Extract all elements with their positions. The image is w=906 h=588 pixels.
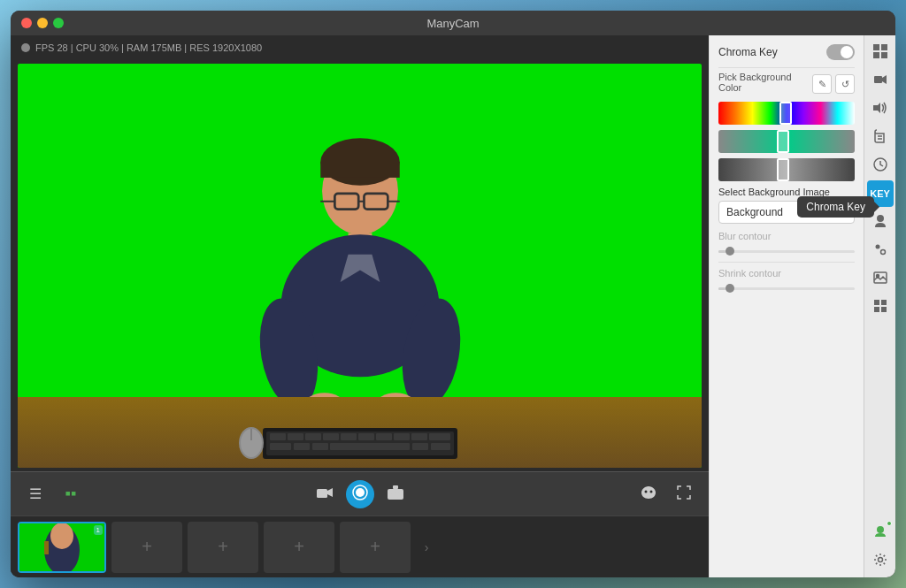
sidebar-grid-btn[interactable]	[867, 294, 894, 320]
mask-button[interactable]	[634, 480, 663, 508]
shrink-contour-slider[interactable]	[718, 281, 855, 295]
stream-icon	[352, 485, 368, 504]
thumb-green-content	[19, 523, 104, 571]
svg-rect-73	[881, 300, 887, 305]
color-bar-green[interactable]	[718, 130, 855, 153]
chroma-key-tooltip: Chroma Key	[797, 196, 874, 218]
sidebar-image-btn[interactable]	[867, 265, 894, 292]
gray-handle	[777, 158, 789, 181]
svg-rect-42	[393, 485, 398, 489]
sidebar-volume-btn[interactable]	[867, 95, 894, 122]
thumbnail-next-arrow[interactable]: ›	[416, 522, 437, 573]
arrow-icon: ›	[425, 540, 429, 554]
add-icon-5: +	[370, 537, 380, 557]
svg-rect-21	[341, 433, 357, 440]
chroma-key-toggle[interactable]	[826, 44, 855, 60]
app-title: ManyCam	[426, 17, 479, 30]
stream-button[interactable]	[346, 480, 374, 508]
sidebar-history-btn[interactable]	[867, 152, 894, 179]
green-bar	[718, 130, 855, 153]
chroma-key-label: Chroma Key	[718, 46, 778, 58]
svg-rect-27	[270, 443, 291, 450]
sidebar-settings-btn[interactable]	[867, 547, 894, 574]
color-bar-gray[interactable]	[718, 158, 855, 181]
dropdown-value: Background	[726, 206, 783, 218]
svg-rect-22	[358, 433, 374, 440]
titlebar: ManyCam	[11, 11, 895, 35]
sidebar-social-btn[interactable]	[867, 519, 894, 546]
svg-rect-48	[44, 541, 49, 554]
sidebar-script-btn[interactable]	[867, 124, 894, 150]
settings-icon	[873, 553, 887, 569]
stats-text: FPS 28 | CPU 30% | RAM 175MB | RES 1920X…	[35, 42, 262, 53]
toggle-knob	[841, 46, 853, 58]
green-handle	[777, 130, 789, 153]
tooltip-text: Chroma Key	[806, 201, 865, 213]
person-preview	[210, 132, 511, 432]
color-bar-rainbow[interactable]	[718, 102, 855, 125]
svg-rect-29	[312, 443, 328, 450]
thumbnail-add-2[interactable]: +	[111, 522, 182, 573]
edit-icon: ✎	[818, 79, 826, 90]
add-icon-4: +	[294, 537, 304, 557]
scene-button[interactable]: ▪▪	[57, 480, 85, 508]
camera-sidebar-icon	[874, 73, 887, 88]
shrink-slider-fill	[718, 287, 726, 290]
add-icon-3: +	[218, 537, 228, 557]
thumbnail-add-4[interactable]: +	[264, 522, 334, 573]
history-icon	[873, 157, 887, 174]
svg-rect-20	[323, 433, 339, 440]
svg-rect-18	[288, 433, 303, 440]
shrink-slider-thumb[interactable]	[726, 284, 734, 293]
list-button[interactable]: ☰	[21, 480, 50, 508]
maximize-button[interactable]	[53, 18, 64, 28]
bottom-toolbar: ☰ ▪▪	[11, 471, 709, 515]
edit-color-button[interactable]: ✎	[812, 74, 832, 94]
fullscreen-icon	[677, 485, 691, 503]
svg-rect-2	[320, 162, 399, 178]
pick-bg-color-label: Pick Background Color	[718, 72, 812, 93]
svg-point-60	[875, 244, 879, 248]
volume-icon	[873, 102, 887, 117]
svg-marker-55	[873, 103, 880, 113]
sidebar-layout-btn[interactable]	[867, 39, 894, 65]
thumbnail-add-3[interactable]: +	[188, 522, 258, 573]
camera-icon	[317, 486, 333, 502]
shrink-contour-label: Shrink contour	[718, 268, 855, 279]
pick-bg-color-row: Pick Background Color ✎ ↺	[718, 72, 855, 96]
svg-point-43	[645, 490, 648, 493]
svg-rect-17	[270, 433, 286, 440]
video-preview	[18, 64, 702, 468]
close-button[interactable]	[21, 18, 32, 28]
snapshot-button[interactable]	[381, 480, 410, 508]
svg-point-77	[878, 557, 882, 561]
blur-contour-slider[interactable]	[718, 244, 855, 258]
app-window: ManyCam FPS 28 | CPU 30% | RAM 175MB | R…	[11, 11, 895, 577]
svg-rect-72	[874, 300, 879, 305]
minimize-button[interactable]	[37, 18, 48, 28]
divider-1	[718, 67, 855, 68]
layout-icon	[873, 44, 887, 61]
icon-sidebar: KEY	[864, 35, 895, 577]
svg-point-59	[877, 215, 884, 222]
thumb-badge: 1	[94, 525, 103, 535]
sidebar-camera-btn[interactable]	[867, 67, 894, 94]
camera-button[interactable]	[311, 480, 339, 508]
sidebar-effects-btn[interactable]	[867, 237, 894, 263]
fullscreen-button[interactable]	[670, 480, 698, 508]
chroma-key-row: Chroma Key	[718, 44, 855, 60]
thumbnail-1[interactable]: 1	[18, 522, 106, 573]
refresh-color-button[interactable]: ↺	[835, 74, 855, 94]
script-icon	[874, 129, 887, 146]
svg-marker-54	[882, 75, 887, 84]
desk-surface	[18, 397, 702, 468]
thumbnail-add-5[interactable]: +	[340, 522, 411, 573]
svg-rect-25	[411, 433, 427, 440]
online-indicator	[887, 521, 892, 526]
blur-slider-fill	[718, 250, 726, 253]
image-icon	[873, 271, 887, 286]
stats-indicator	[21, 43, 30, 52]
refresh-icon: ↺	[841, 79, 849, 90]
divider-2	[718, 262, 855, 263]
blur-slider-thumb[interactable]	[726, 247, 734, 256]
